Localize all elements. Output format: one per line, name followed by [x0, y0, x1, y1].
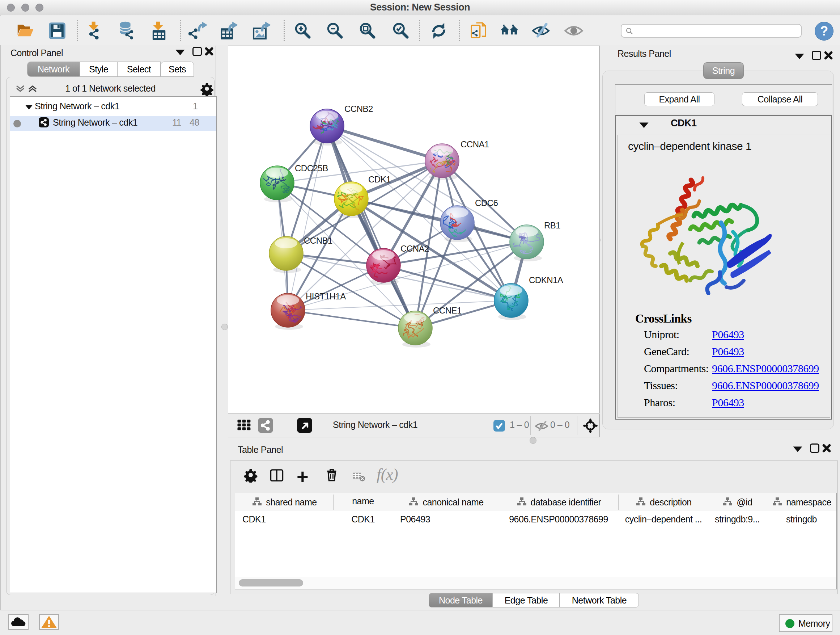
svg-text:CCNB2: CCNB2	[344, 104, 373, 114]
svg-text:CCNE1: CCNE1	[433, 306, 462, 315]
svg-text:RB1: RB1	[544, 220, 561, 230]
svg-text:CCNB1: CCNB1	[304, 236, 332, 245]
svg-text:HIST1H1A: HIST1H1A	[306, 291, 346, 301]
svg-text:CCNA2: CCNA2	[401, 244, 429, 253]
svg-text:CDKN1A: CDKN1A	[529, 275, 563, 285]
svg-text:CDC25B: CDC25B	[295, 163, 328, 173]
svg-text:CCNA1: CCNA1	[461, 139, 489, 149]
svg-text:CDK1: CDK1	[368, 174, 391, 184]
svg-text:CDC6: CDC6	[475, 198, 498, 208]
